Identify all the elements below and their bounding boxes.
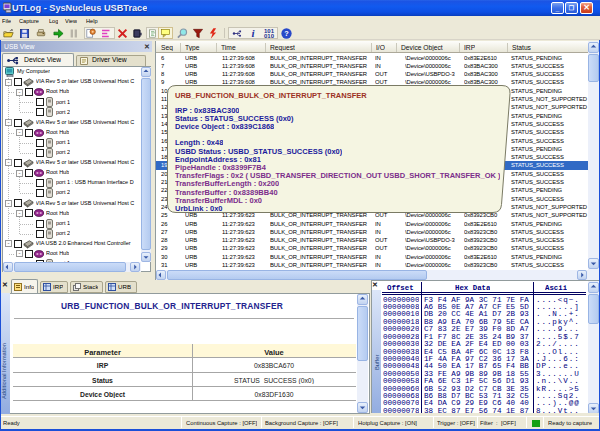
svg-text:?: ?: [284, 29, 289, 38]
